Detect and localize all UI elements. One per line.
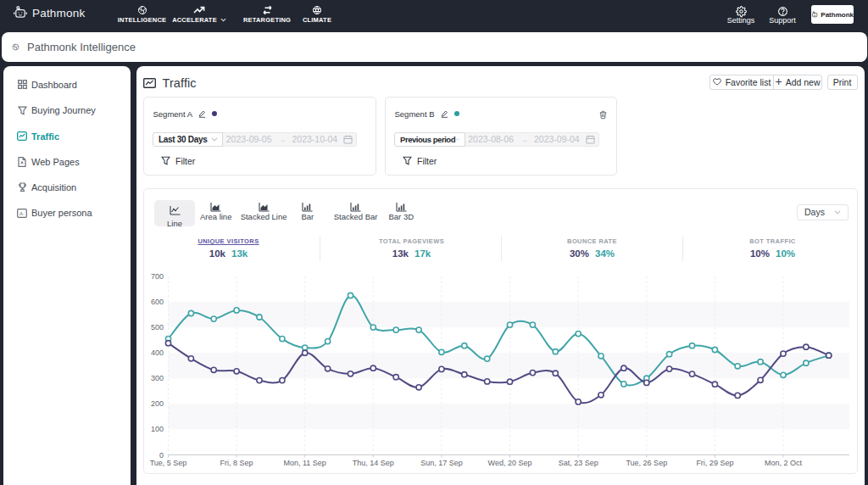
svg-text:Wed, 20 Sep: Wed, 20 Sep — [488, 459, 532, 467]
svg-text:Sat, 23 Sep: Sat, 23 Sep — [559, 459, 598, 467]
svg-text:Fri, 8 Sep: Fri, 8 Sep — [220, 459, 253, 467]
svg-text:Mon, 2 Oct: Mon, 2 Oct — [765, 459, 803, 467]
svg-text:600: 600 — [151, 298, 164, 306]
svg-text:200: 200 — [151, 399, 164, 408]
svg-text:Sun, 17 Sep: Sun, 17 Sep — [420, 459, 463, 467]
svg-text:Mon, 11 Sep: Mon, 11 Sep — [284, 459, 326, 467]
svg-text:Thu, 14 Sep: Thu, 14 Sep — [353, 459, 394, 467]
svg-text:700: 700 — [151, 272, 164, 281]
svg-text:100: 100 — [151, 425, 164, 433]
svg-text:Fri, 29 Sep: Fri, 29 Sep — [696, 459, 733, 467]
svg-text:500: 500 — [151, 323, 164, 332]
svg-text:Tue, 26 Sep: Tue, 26 Sep — [626, 459, 667, 467]
svg-text:400: 400 — [151, 348, 164, 357]
svg-text:Tue, 5 Sep: Tue, 5 Sep — [150, 459, 187, 467]
svg-text:300: 300 — [151, 374, 164, 382]
